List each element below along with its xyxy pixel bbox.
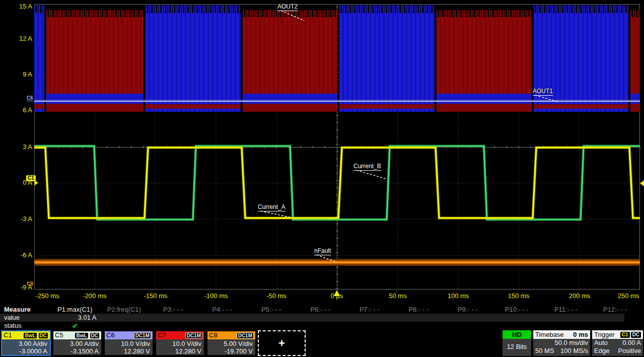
measure-param-status — [296, 322, 345, 330]
measure-param-value — [100, 314, 149, 322]
channel-header: C5BwLDC — [53, 331, 101, 339]
trigger-slope: Positive — [618, 347, 641, 355]
measure-param-header[interactable]: P10:- - - — [492, 306, 542, 314]
coupling-badge: DC1M — [237, 332, 254, 339]
measure-param-value — [591, 314, 640, 322]
measure-param-status — [591, 322, 640, 330]
channel-descriptor-c1[interactable]: C1BwLDC3.00 A/div-3.0000 A — [1, 330, 51, 356]
channel-descriptor-c7[interactable]: C7DC1M10.0 V/div12.280 V — [155, 330, 205, 356]
measure-param-header[interactable]: P11:- - - — [541, 306, 591, 314]
measure-param-value — [394, 314, 444, 322]
channel-header: C7DC1M — [156, 331, 204, 339]
coupling-badge: DC1M — [185, 332, 202, 339]
measure-param-status — [443, 322, 492, 330]
channel-settings: 3.00 A/div-3.1500 A — [53, 339, 101, 355]
trigger-coupling-chip: DC — [631, 332, 641, 338]
timebase-samples: 50 MS — [535, 347, 554, 355]
coupling-badge: BwL — [23, 332, 37, 339]
measure-param-value — [492, 314, 542, 322]
channel-descriptor-c6[interactable]: C6DC1M10.0 V/div12.280 V — [104, 330, 154, 356]
measure-param-status — [247, 322, 296, 330]
channel-badges: DC1M — [237, 332, 254, 339]
channel-scale: 10.0 V/div — [105, 340, 150, 347]
channel-offset: 12.280 V — [156, 347, 201, 355]
hd-bits: 12 Bits — [503, 339, 531, 355]
channel-badges: DC1M — [134, 332, 151, 339]
measure-title: Measure — [0, 306, 50, 314]
measure-param-header[interactable]: P7:- - - — [345, 306, 394, 314]
channel-header: C8DC1M — [207, 331, 255, 339]
channel-id: C6 — [106, 332, 115, 339]
coupling-badge: BwL — [75, 332, 88, 339]
measure-param-header[interactable]: P4:- - - — [198, 306, 247, 314]
channel-id: C7 — [158, 332, 166, 339]
trigger-source-chip: C1 — [620, 332, 630, 338]
measure-param-value: 3.01 A — [50, 314, 100, 322]
channel-offset: -19.700 V — [207, 347, 253, 355]
measure-status-row: status ✔ — [0, 322, 644, 330]
channel-header: C6DC1M — [105, 331, 153, 339]
measure-param-status — [541, 322, 591, 330]
trigger-type: Edge — [594, 347, 609, 355]
value-row-label: value — [0, 314, 50, 322]
measure-table: Measure P1:max(C1)P2:freq(C1)P3:- - -P4:… — [0, 306, 644, 330]
channel-scale: 10.0 V/div — [156, 340, 201, 347]
channel-descriptor-c5[interactable]: C5BwLDC3.00 A/div-3.1500 A — [52, 330, 102, 356]
measure-param-header[interactable]: P12:- - - — [591, 306, 640, 314]
coupling-badge: DC — [90, 332, 100, 339]
timebase-box[interactable]: Timebase 0 ms 50.0 ms/div 50 MS 100 MS/s — [533, 330, 590, 356]
channel-offset: -3.1500 A — [53, 347, 99, 355]
channel-settings: 10.0 V/div12.280 V — [105, 339, 153, 355]
waveform-display[interactable]: 15 A12 A9 A6 A3 A0 A-3 A-6 A-9 A -250 ms… — [0, 0, 644, 306]
trigger-mode: Auto — [594, 339, 608, 347]
hd-mode-box[interactable]: HD 12 Bits — [503, 330, 531, 356]
channel-scale: 5.00 V/div — [207, 340, 253, 347]
plus-icon: + — [278, 337, 285, 350]
channel-descriptor-c8[interactable]: C8DC1M5.00 V/div-19.700 V — [206, 330, 256, 356]
add-channel-button[interactable]: + — [258, 330, 306, 356]
measure-param-status: ✔ — [50, 322, 100, 330]
measure-param-status — [198, 322, 247, 330]
channel-scale: 3.00 A/div — [53, 340, 99, 347]
annotation-leader — [535, 95, 559, 102]
measure-param-header[interactable]: P3:- - - — [149, 306, 198, 314]
measure-param-status — [149, 322, 198, 330]
trigger-title: Trigger — [594, 331, 615, 338]
channel-badges: DC1M — [185, 332, 202, 339]
measure-value-row: value 3.01 A — [0, 314, 644, 322]
annotation-leader-lines — [0, 0, 644, 306]
status-row-label: status — [0, 322, 50, 330]
trigger-box[interactable]: Trigger C1 DC Auto 0.00 A Edge Positive — [592, 330, 643, 356]
measure-param-value — [247, 314, 296, 322]
channel-descriptor-bar: C1BwLDC3.00 A/div-3.0000 AC5BwLDC3.00 A/… — [0, 330, 644, 356]
measure-param-status — [394, 322, 444, 330]
channel-id: C8 — [209, 332, 218, 339]
measure-param-status — [492, 322, 542, 330]
measure-param-header[interactable]: P8:- - - — [394, 306, 444, 314]
measure-header-row: Measure P1:max(C1)P2:freq(C1)P3:- - -P4:… — [0, 306, 644, 314]
timebase-scale: 50.0 ms/div — [555, 339, 588, 347]
coupling-badge: DC1M — [134, 332, 151, 339]
measure-param-header[interactable]: P6:- - - — [296, 306, 345, 314]
measure-param-header[interactable]: P1:max(C1) — [50, 306, 100, 314]
channel-settings: 5.00 V/div-19.700 V — [207, 339, 255, 355]
channel-settings: 10.0 V/div12.280 V — [156, 339, 204, 355]
trigger-level: 0.00 A — [622, 339, 641, 347]
channel-scale: 3.00 A/div — [2, 340, 47, 347]
measure-param-header[interactable]: P5:- - - — [247, 306, 296, 314]
timebase-title: Timebase — [535, 331, 564, 338]
channel-badges: BwLDC — [23, 332, 48, 339]
annotation-leader — [356, 170, 386, 179]
measure-param-header[interactable]: P2:freq(C1) — [100, 306, 149, 314]
measure-param-value — [541, 314, 591, 322]
timebase-rate: 100 MS/s — [560, 347, 588, 355]
measure-param-value — [198, 314, 247, 322]
annotation-leader — [261, 211, 292, 218]
measure-param-value — [345, 314, 394, 322]
measure-param-header[interactable]: P9:- - - — [443, 306, 492, 314]
annotation-leader — [317, 255, 337, 262]
channel-id: C1 — [4, 332, 12, 339]
measure-param-value — [296, 314, 345, 322]
channel-settings: 3.00 A/div-3.0000 A — [2, 339, 50, 355]
channel-header: C1BwLDC — [2, 331, 50, 339]
